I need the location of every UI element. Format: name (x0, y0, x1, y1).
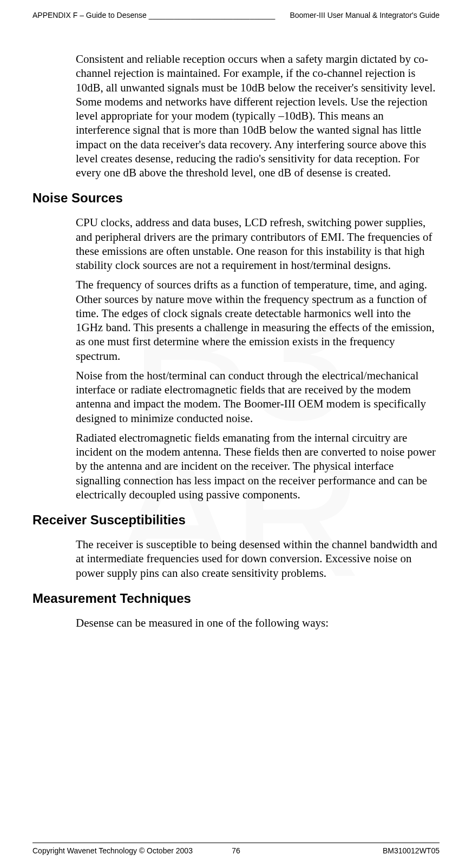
heading-receiver-susceptibilities: Receiver Susceptibilities (32, 512, 440, 528)
measurement-paragraph-1: Desense can be measured in one of the fo… (76, 616, 440, 630)
heading-noise-sources: Noise Sources (32, 190, 440, 206)
noise-paragraph-4: Radiated electromagnetic fields emanatin… (76, 431, 440, 502)
header-right: Boomer-III User Manual & Integrator's Gu… (290, 11, 440, 19)
page-footer: Copyright Wavenet Technology © October 2… (32, 843, 440, 855)
heading-measurement-techniques: Measurement Techniques (32, 591, 440, 606)
noise-paragraph-2: The frequency of sources drifts as a fun… (76, 278, 440, 363)
page-header: APPENDIX F – Guide to Desense __________… (32, 11, 440, 19)
noise-paragraph-3: Noise from the host/terminal can conduct… (76, 369, 440, 425)
footer-page-number: 76 (32, 846, 440, 855)
receiver-paragraph-1: The receiver is susceptible to being des… (76, 537, 440, 580)
noise-paragraph-1: CPU clocks, address and data buses, LCD … (76, 215, 440, 272)
header-left: APPENDIX F – Guide to Desense __________… (32, 11, 275, 19)
intro-paragraph: Consistent and reliable reception occurs… (76, 52, 440, 180)
